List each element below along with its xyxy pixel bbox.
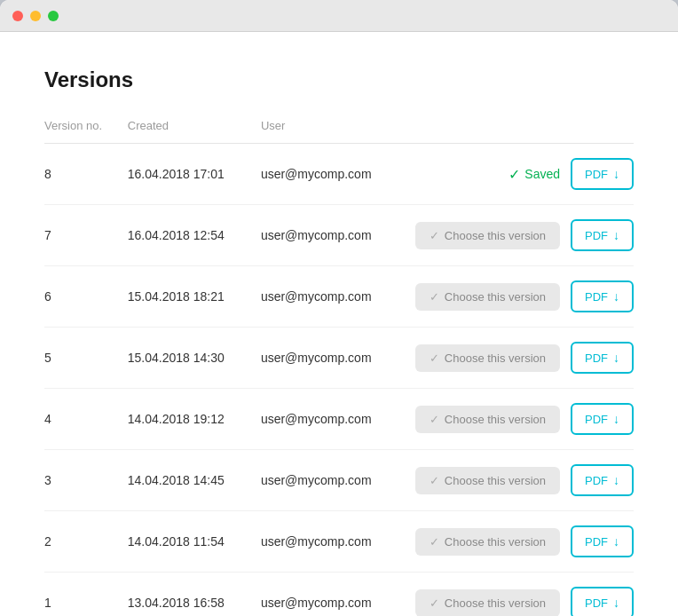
download-icon: ↓ xyxy=(613,412,619,426)
pdf-label: PDF xyxy=(585,290,608,304)
check-icon: ✓ xyxy=(430,535,439,549)
created-date: 14.04.2018 14:45 xyxy=(128,450,261,511)
check-icon: ✓ xyxy=(430,290,439,304)
user-email: user@mycomp.com xyxy=(261,266,415,328)
created-date: 13.04.2018 16:58 xyxy=(128,573,261,617)
page-title: Versions xyxy=(44,67,634,92)
col-header-created: Created xyxy=(128,119,261,144)
choose-version-label: Choose this version xyxy=(445,351,546,365)
user-email: user@mycomp.com xyxy=(261,511,415,573)
check-icon: ✓ xyxy=(430,351,439,365)
download-icon: ↓ xyxy=(613,534,619,549)
maximize-button[interactable] xyxy=(48,11,59,21)
check-icon: ✓ xyxy=(508,166,520,183)
choose-version-label: Choose this version xyxy=(445,535,546,549)
close-button[interactable] xyxy=(12,11,23,21)
choose-version-label: Choose this version xyxy=(445,596,546,610)
version-number: 6 xyxy=(44,266,128,328)
pdf-download-button[interactable]: PDF↓ xyxy=(571,158,634,190)
pdf-label: PDF xyxy=(585,474,608,487)
titlebar xyxy=(0,0,678,32)
created-date: 15.04.2018 18:21 xyxy=(128,266,261,328)
action-cell: ✓Choose this versionPDF↓ xyxy=(415,525,634,557)
table-row: 716.04.2018 12:54user@mycomp.com✓Choose … xyxy=(44,205,634,266)
table-row: 414.04.2018 19:12user@mycomp.com✓Choose … xyxy=(44,389,634,450)
table-header-row: Version no. Created User xyxy=(44,119,634,144)
created-date: 16.04.2018 17:01 xyxy=(128,144,261,205)
table-row: 113.04.2018 16:58user@mycomp.com✓Choose … xyxy=(44,573,634,617)
pdf-label: PDF xyxy=(585,535,608,549)
choose-version-button[interactable]: ✓Choose this version xyxy=(415,528,560,556)
saved-label: Saved xyxy=(524,167,560,181)
choose-version-label: Choose this version xyxy=(445,474,546,487)
action-cell: ✓Choose this versionPDF↓ xyxy=(415,464,634,496)
download-icon: ↓ xyxy=(613,228,619,242)
user-email: user@mycomp.com xyxy=(261,328,415,389)
action-cell: ✓Choose this versionPDF↓ xyxy=(415,587,634,616)
col-header-version: Version no. xyxy=(44,119,128,144)
created-date: 14.04.2018 19:12 xyxy=(128,389,261,450)
check-icon: ✓ xyxy=(430,596,439,610)
check-icon: ✓ xyxy=(430,229,439,242)
version-number: 1 xyxy=(44,573,128,617)
created-date: 14.04.2018 11:54 xyxy=(128,511,261,573)
download-icon: ↓ xyxy=(613,351,619,365)
pdf-download-button[interactable]: PDF↓ xyxy=(571,464,634,496)
col-header-user: User xyxy=(261,119,415,144)
download-icon: ↓ xyxy=(613,167,619,181)
action-cell: ✓Choose this versionPDF↓ xyxy=(415,342,634,374)
choose-version-button[interactable]: ✓Choose this version xyxy=(415,406,560,433)
download-icon: ↓ xyxy=(613,473,619,487)
user-email: user@mycomp.com xyxy=(261,389,415,450)
table-row: 615.04.2018 18:21user@mycomp.com✓Choose … xyxy=(44,266,634,328)
user-email: user@mycomp.com xyxy=(261,573,415,617)
user-email: user@mycomp.com xyxy=(261,450,415,511)
choose-version-button[interactable]: ✓Choose this version xyxy=(415,222,560,249)
action-cell: ✓Choose this versionPDF↓ xyxy=(415,280,634,312)
choose-version-label: Choose this version xyxy=(445,229,546,242)
col-header-action xyxy=(415,119,634,144)
app-window: Versions Version no. Created User 816.04… xyxy=(0,0,678,616)
pdf-label: PDF xyxy=(585,229,608,242)
choose-version-button[interactable]: ✓Choose this version xyxy=(415,467,560,494)
table-row: 214.04.2018 11:54user@mycomp.com✓Choose … xyxy=(44,511,634,573)
check-icon: ✓ xyxy=(430,413,439,426)
choose-version-label: Choose this version xyxy=(445,413,546,426)
created-date: 15.04.2018 14:30 xyxy=(128,328,261,389)
action-cell: ✓SavedPDF↓ xyxy=(415,158,634,190)
minimize-button[interactable] xyxy=(30,11,41,21)
pdf-label: PDF xyxy=(585,596,608,610)
table-row: 314.04.2018 14:45user@mycomp.com✓Choose … xyxy=(44,450,634,511)
check-icon: ✓ xyxy=(430,474,439,487)
pdf-download-button[interactable]: PDF↓ xyxy=(571,403,634,435)
download-icon: ↓ xyxy=(613,596,619,610)
content-area: Versions Version no. Created User 816.04… xyxy=(0,32,678,616)
action-cell: ✓Choose this versionPDF↓ xyxy=(415,403,634,435)
saved-badge: ✓Saved xyxy=(508,166,560,183)
pdf-download-button[interactable]: PDF↓ xyxy=(571,280,634,312)
versions-table: Version no. Created User 816.04.2018 17:… xyxy=(44,119,634,616)
table-row: 515.04.2018 14:30user@mycomp.com✓Choose … xyxy=(44,328,634,389)
pdf-label: PDF xyxy=(585,168,608,181)
pdf-label: PDF xyxy=(585,413,608,426)
choose-version-button[interactable]: ✓Choose this version xyxy=(415,283,560,311)
choose-version-button[interactable]: ✓Choose this version xyxy=(415,344,560,372)
pdf-label: PDF xyxy=(585,351,608,365)
download-icon: ↓ xyxy=(613,289,619,304)
version-number: 4 xyxy=(44,389,128,450)
choose-version-label: Choose this version xyxy=(445,290,546,304)
choose-version-button[interactable]: ✓Choose this version xyxy=(415,589,560,617)
user-email: user@mycomp.com xyxy=(261,205,415,266)
pdf-download-button[interactable]: PDF↓ xyxy=(571,587,634,616)
pdf-download-button[interactable]: PDF↓ xyxy=(571,219,634,251)
version-number: 3 xyxy=(44,450,128,511)
pdf-download-button[interactable]: PDF↓ xyxy=(571,525,634,557)
version-number: 7 xyxy=(44,205,128,266)
version-number: 8 xyxy=(44,144,128,205)
version-number: 2 xyxy=(44,511,128,573)
created-date: 16.04.2018 12:54 xyxy=(128,205,261,266)
pdf-download-button[interactable]: PDF↓ xyxy=(571,342,634,374)
table-row: 816.04.2018 17:01user@mycomp.com✓SavedPD… xyxy=(44,144,634,205)
version-number: 5 xyxy=(44,328,128,389)
user-email: user@mycomp.com xyxy=(261,144,415,205)
